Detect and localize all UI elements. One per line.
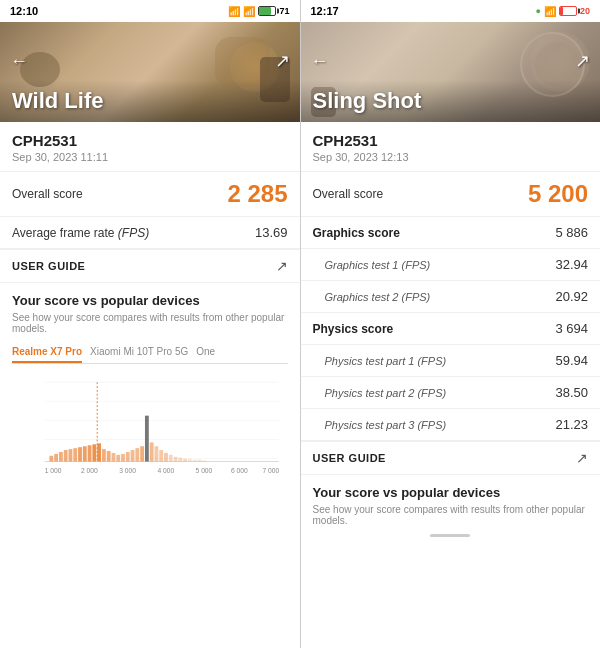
right-gfx-test2-label: Graphics test 2 (FPS) <box>313 291 431 303</box>
left-user-guide-label[interactable]: USER GUIDE <box>12 260 85 272</box>
right-phys-test2-label: Physics test part 2 (FPS) <box>313 387 447 399</box>
right-phys-test3-label: Physics test part 3 (FPS) <box>313 419 447 431</box>
left-nav-bar: ← ↗ <box>0 44 300 78</box>
svg-rect-14 <box>83 446 87 461</box>
right-device-info: CPH2531 Sep 30, 2023 12:13 <box>301 122 601 172</box>
right-physics-label: Physics score <box>313 322 394 336</box>
left-overall-value: 2 285 <box>227 180 287 208</box>
right-signal-icon: ● <box>536 6 541 16</box>
right-back-button[interactable]: ← <box>311 51 329 72</box>
right-scroll-indicator <box>430 534 470 537</box>
right-status-bar: 12:17 ● 📶 20 <box>301 0 601 22</box>
right-phys-test1-value: 59.94 <box>555 353 588 368</box>
left-share-button[interactable]: ↗ <box>275 50 290 72</box>
right-popular-subtitle: See how your score compares with results… <box>313 504 589 526</box>
right-phys-test3-row: Physics test part 3 (FPS) 21.23 <box>301 409 601 441</box>
right-battery-percent: 20 <box>580 6 590 16</box>
right-content: CPH2531 Sep 30, 2023 12:13 Overall score… <box>301 122 601 648</box>
right-hero-title: Sling Shot <box>313 88 589 114</box>
right-device-name: CPH2531 <box>313 132 589 149</box>
svg-rect-9 <box>59 452 63 462</box>
svg-rect-29 <box>155 446 159 461</box>
signal-icon: 📶 <box>228 6 240 17</box>
right-phys-test1-label: Physics test part 1 (FPS) <box>313 355 447 367</box>
left-fps-label: Average frame rate (FPS) <box>12 226 149 240</box>
left-tab-realme[interactable]: Realme X7 Pro <box>12 342 82 363</box>
left-status-icons: 📶 📶 71 <box>228 6 289 17</box>
svg-rect-18 <box>102 449 106 461</box>
left-hero-title: Wild Life <box>12 88 288 114</box>
svg-rect-11 <box>69 449 73 461</box>
right-overall-value: 5 200 <box>528 180 588 208</box>
svg-rect-27 <box>145 416 149 462</box>
svg-rect-38 <box>198 460 202 462</box>
right-gfx-test1-label: Graphics test 1 (FPS) <box>313 259 431 271</box>
wifi-icon: 📶 <box>243 6 255 17</box>
svg-text:2 000: 2 000 <box>81 467 98 474</box>
svg-rect-30 <box>159 450 163 461</box>
left-tab-xiaomi[interactable]: Xiaomi Mi 10T Pro 5G <box>90 342 188 363</box>
right-graphics-label: Graphics score <box>313 226 400 240</box>
svg-rect-24 <box>131 450 135 461</box>
left-user-guide-row: USER GUIDE ↗ <box>0 249 300 283</box>
left-share-icon[interactable]: ↗ <box>276 258 288 274</box>
right-share-button[interactable]: ↗ <box>575 50 590 72</box>
svg-rect-10 <box>64 450 68 461</box>
right-overall-label: Overall score <box>313 187 384 201</box>
svg-text:1 000: 1 000 <box>45 467 62 474</box>
svg-rect-16 <box>92 444 96 461</box>
left-fps-value: 13.69 <box>255 225 288 240</box>
left-chart-svg: 1 000 2 000 3 000 4 000 5 000 6 000 7 00… <box>16 370 284 490</box>
right-gfx-test2-value: 20.92 <box>555 289 588 304</box>
right-share-icon[interactable]: ↗ <box>576 450 588 466</box>
svg-text:7 000: 7 000 <box>262 467 279 474</box>
right-overall-score-row: Overall score 5 200 <box>301 172 601 217</box>
battery-icon <box>258 6 276 16</box>
right-hero: ← ↗ Sling Shot <box>301 22 601 122</box>
svg-rect-13 <box>78 447 82 461</box>
right-user-guide-row: USER GUIDE ↗ <box>301 441 601 475</box>
svg-rect-39 <box>202 461 206 462</box>
right-wifi-icon: 📶 <box>544 6 556 17</box>
battery-percent: 71 <box>279 6 289 16</box>
svg-rect-33 <box>174 457 178 462</box>
svg-text:3 000: 3 000 <box>119 467 136 474</box>
right-gfx-test1-row: Graphics test 1 (FPS) 32.94 <box>301 249 601 281</box>
left-tabs-row: Realme X7 Pro Xiaomi Mi 10T Pro 5G One <box>12 342 288 364</box>
left-tab-one[interactable]: One <box>196 342 215 363</box>
svg-rect-15 <box>88 445 92 461</box>
right-phone-panel: 12:17 ● 📶 20 ← ↗ Sling Shot CPH2531 Sep … <box>301 0 601 648</box>
svg-rect-34 <box>178 458 182 462</box>
right-graphics-value: 5 886 <box>555 225 588 240</box>
right-graphics-score-row: Graphics score 5 886 <box>301 217 601 249</box>
left-fps-row: Average frame rate (FPS) 13.69 <box>0 217 300 249</box>
left-device-date: Sep 30, 2023 11:11 <box>12 151 288 163</box>
svg-rect-17 <box>97 443 101 461</box>
left-back-button[interactable]: ← <box>10 51 28 72</box>
svg-rect-28 <box>150 442 154 461</box>
svg-rect-37 <box>193 460 197 462</box>
left-chart: 1 000 2 000 3 000 4 000 5 000 6 000 7 00… <box>12 370 288 490</box>
left-hero-overlay: Wild Life <box>0 80 300 122</box>
right-physics-score-row: Physics score 3 694 <box>301 313 601 345</box>
svg-rect-32 <box>169 455 173 462</box>
svg-text:4 000: 4 000 <box>157 467 174 474</box>
left-phone-panel: 12:10 📶 📶 71 ← ↗ Wild Life CPH2531 <box>0 0 300 648</box>
svg-rect-20 <box>112 453 116 462</box>
right-user-guide-label[interactable]: USER GUIDE <box>313 452 386 464</box>
svg-rect-36 <box>188 459 192 462</box>
svg-rect-12 <box>73 448 77 461</box>
left-overall-label: Overall score <box>12 187 83 201</box>
svg-rect-35 <box>183 459 187 462</box>
right-physics-value: 3 694 <box>555 321 588 336</box>
left-overall-score-row: Overall score 2 285 <box>0 172 300 217</box>
left-device-name: CPH2531 <box>12 132 288 149</box>
svg-text:6 000: 6 000 <box>231 467 248 474</box>
right-device-date: Sep 30, 2023 12:13 <box>313 151 589 163</box>
left-status-bar: 12:10 📶 📶 71 <box>0 0 300 22</box>
right-popular-title: Your score vs popular devices <box>313 485 589 500</box>
left-popular-section: Your score vs popular devices See how yo… <box>0 283 300 498</box>
svg-rect-25 <box>135 448 139 461</box>
right-status-icons: ● 📶 20 <box>536 6 590 17</box>
left-popular-title: Your score vs popular devices <box>12 293 288 308</box>
